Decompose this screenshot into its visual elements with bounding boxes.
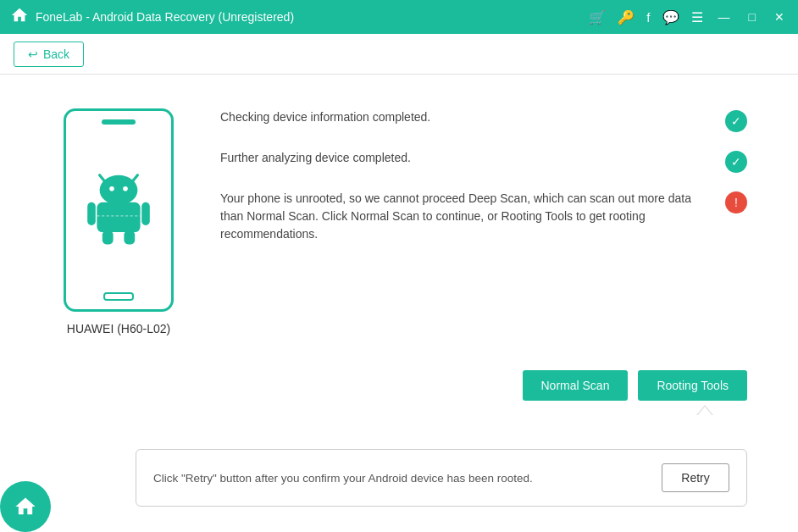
retry-button[interactable]: Retry xyxy=(662,463,729,492)
status-text-1: Checking device information completed. xyxy=(220,108,712,126)
menu-icon[interactable]: ☰ xyxy=(691,9,703,25)
svg-point-4 xyxy=(123,186,128,191)
home-fab-button[interactable] xyxy=(0,481,51,532)
title-bar: FoneLab - Android Data Recovery (Unregis… xyxy=(0,0,798,34)
key-icon[interactable]: 🔑 xyxy=(618,9,635,25)
svg-rect-8 xyxy=(103,230,114,244)
svg-rect-9 xyxy=(124,230,135,244)
tooltip-arrow-inner xyxy=(697,407,712,416)
phone-screen xyxy=(73,125,164,292)
phone-frame xyxy=(64,108,174,312)
app-title: FoneLab - Android Data Recovery (Unregis… xyxy=(36,10,294,24)
back-arrow-icon: ↩ xyxy=(28,47,38,61)
top-nav: ↩ Back xyxy=(0,34,798,75)
android-robot-icon xyxy=(85,170,152,247)
main-content: HUAWEI (H60-L02) Checking device informa… xyxy=(0,75,798,532)
status-row-3: Your phone is unrooted, so we cannot pro… xyxy=(220,190,747,243)
device-panel: HUAWEI (H60-L02) xyxy=(51,100,186,507)
close-button[interactable]: ✕ xyxy=(771,8,788,25)
facebook-icon[interactable]: f xyxy=(646,10,650,25)
back-button[interactable]: ↩ Back xyxy=(14,42,84,67)
title-bar-right: 🛒 🔑 f 💬 ☰ — □ ✕ xyxy=(589,8,788,25)
title-bar-left: FoneLab - Android Data Recovery (Unregis… xyxy=(10,6,294,28)
svg-rect-5 xyxy=(97,202,140,232)
back-label: Back xyxy=(43,47,69,61)
success-icon-2: ✓ xyxy=(725,151,747,173)
bottom-hint: Click "Retry" button after you confirm y… xyxy=(136,449,747,507)
cart-icon[interactable]: 🛒 xyxy=(589,9,606,25)
success-icon-1: ✓ xyxy=(725,110,747,132)
action-buttons: Normal Scan Rooting Tools xyxy=(523,370,748,401)
hint-text: Click "Retry" button after you confirm y… xyxy=(153,472,533,485)
svg-rect-6 xyxy=(87,202,96,225)
status-row-2: Further analyzing device completed. ✓ xyxy=(220,149,747,173)
status-panel: Checking device information completed. ✓… xyxy=(220,100,747,507)
home-icon xyxy=(10,6,29,28)
warning-icon: ! xyxy=(725,191,747,213)
status-text-3: Your phone is unrooted, so we cannot pro… xyxy=(220,190,712,243)
svg-rect-7 xyxy=(141,202,150,225)
device-name-label: HUAWEI (H60-L02) xyxy=(67,322,170,335)
phone-home-button xyxy=(103,292,134,301)
status-text-2: Further analyzing device completed. xyxy=(220,149,712,167)
svg-point-3 xyxy=(109,186,114,191)
svg-point-2 xyxy=(100,175,138,205)
chat-icon[interactable]: 💬 xyxy=(662,9,679,25)
status-row-1: Checking device information completed. ✓ xyxy=(220,108,747,132)
home-fab-icon xyxy=(14,495,37,518)
rooting-tools-button[interactable]: Rooting Tools xyxy=(638,370,747,401)
minimize-button[interactable]: — xyxy=(715,8,734,25)
maximize-button[interactable]: □ xyxy=(745,8,759,25)
normal-scan-button[interactable]: Normal Scan xyxy=(523,370,629,401)
